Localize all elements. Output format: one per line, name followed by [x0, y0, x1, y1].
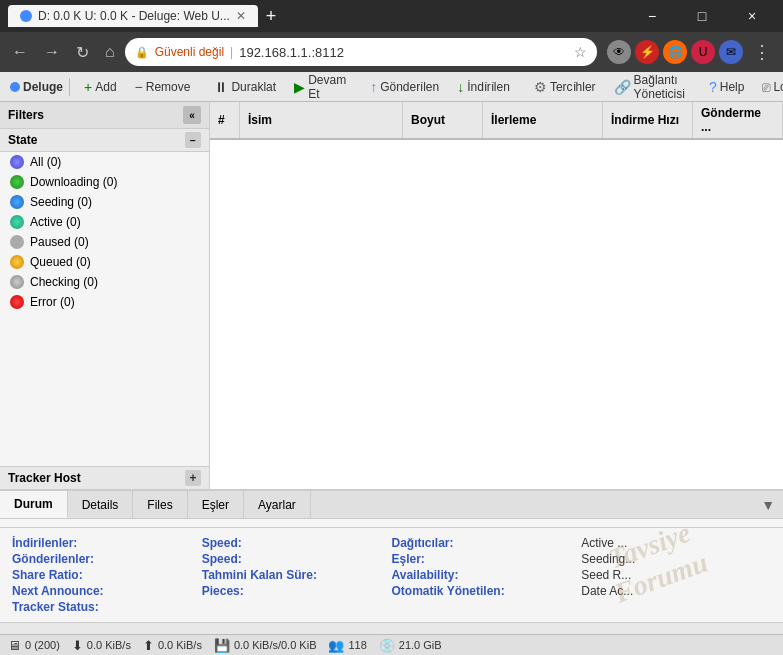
- tab-close-icon[interactable]: ✕: [236, 9, 246, 23]
- auto-label: Otomatik Yönetilen:: [392, 584, 582, 598]
- filter-paused[interactable]: Paused (0): [0, 232, 209, 252]
- dl-label: İndirilenler:: [12, 536, 202, 550]
- extension-icons: 👁 ⚡ 🌐 U ✉: [607, 40, 743, 64]
- settings-icon: ⚙: [534, 79, 547, 95]
- filter-queued[interactable]: Queued (0): [0, 252, 209, 272]
- add-button[interactable]: + Add: [76, 77, 125, 97]
- pause-label: Duraklat: [231, 80, 276, 94]
- col-dl-speed[interactable]: İndirme Hızı: [603, 102, 693, 138]
- tracker-status-label: Tracker Status:: [12, 600, 202, 614]
- logo-icon: [10, 82, 20, 92]
- paused-icon: [10, 235, 24, 249]
- tab-title: D: 0.0 K U: 0.0 K - Deluge: Web U...: [38, 9, 230, 23]
- detail-content: İndirilenler: Speed: Dağıtıcılar: Active…: [0, 528, 783, 622]
- tab-settings[interactable]: Ayarlar: [244, 491, 311, 518]
- security-icon: 🔒: [135, 46, 149, 59]
- close-button[interactable]: ×: [729, 0, 775, 32]
- bookmark-icon[interactable]: ☆: [574, 44, 587, 60]
- sidebar-collapse-button[interactable]: «: [183, 106, 201, 124]
- filter-active-label: Active (0): [30, 215, 81, 229]
- avail-label: Availability:: [392, 568, 582, 582]
- ext-icon-2[interactable]: ⚡: [635, 40, 659, 64]
- table-header: # İsim Boyut İlerleme İndirme Hızı Gönde…: [210, 102, 783, 140]
- horizontal-scrollbar[interactable]: [0, 622, 783, 634]
- home-button[interactable]: ⌂: [99, 39, 121, 65]
- app-logo: Deluge: [4, 78, 70, 96]
- settings-button[interactable]: ⚙ Terci̇hler: [526, 77, 604, 97]
- filter-checking[interactable]: Checking (0): [0, 272, 209, 292]
- dist-label: Dağıtıcılar:: [392, 536, 582, 550]
- back-button[interactable]: ←: [6, 39, 34, 65]
- disk-speed-val: 0.0 KiB/s/0.0 KiB: [234, 639, 317, 651]
- seedr-val: Seed R...: [581, 568, 771, 582]
- panel-divider: [0, 519, 783, 528]
- download-label: İndi̇ri̇len: [467, 80, 510, 94]
- col-num[interactable]: #: [210, 102, 240, 138]
- remove-icon: −: [135, 79, 143, 95]
- help-button[interactable]: ? Help: [701, 77, 752, 97]
- minimize-button[interactable]: −: [629, 0, 675, 32]
- address-input[interactable]: 🔒 Güvenli değil | 192.168.1.1.:8112 ☆: [125, 38, 597, 66]
- tab-peers[interactable]: Eşler: [188, 491, 244, 518]
- upload-button[interactable]: ↑ Gönderi̇len: [362, 77, 447, 97]
- pieces-label: Pieces:: [202, 584, 392, 598]
- resume-button[interactable]: ▶ Devam Et: [286, 71, 354, 103]
- filter-error[interactable]: Error (0): [0, 292, 209, 312]
- disk-val: 21.0 GiB: [399, 639, 442, 651]
- logout-button[interactable]: ⎚ Logout: [754, 77, 783, 97]
- filter-downloading-label: Downloading (0): [30, 175, 117, 189]
- seeding-icon: [10, 195, 24, 209]
- logout-icon: ⎚: [762, 79, 770, 95]
- add-tracker-button[interactable]: +: [185, 470, 201, 486]
- connections-button[interactable]: 🔗 Bağlantı Yöneticisi: [606, 71, 693, 103]
- speed2-label: Speed:: [202, 552, 392, 566]
- remove-button[interactable]: − Remove: [127, 77, 199, 97]
- table-body: [210, 140, 783, 489]
- tab-files[interactable]: Files: [133, 491, 187, 518]
- pause-button[interactable]: ⏸ Duraklat: [206, 77, 284, 97]
- active-tab[interactable]: D: 0.0 K U: 0.0 K - Deluge: Web U... ✕: [8, 5, 258, 27]
- statusbar: 🖥 0 (200) ⬇ 0.0 KiB/s ⬆ 0.0 KiB/s 💾 0.0 …: [0, 634, 783, 655]
- ext-icon-4[interactable]: U: [691, 40, 715, 64]
- tracker-section: Tracker Host +: [0, 466, 209, 489]
- upload-icon: ↑: [370, 79, 377, 95]
- col-name[interactable]: İsim: [240, 102, 403, 138]
- state-collapse-button[interactable]: −: [185, 132, 201, 148]
- add-label: Add: [95, 80, 116, 94]
- panel-expand-button[interactable]: ▼: [753, 493, 783, 517]
- filter-seeding[interactable]: Seeding (0): [0, 192, 209, 212]
- sidebar: Filters « State − All (0) Downloading (0…: [0, 102, 210, 489]
- connections-icon: 🔗: [614, 79, 631, 95]
- download-button[interactable]: ↓ İndi̇ri̇len: [449, 77, 518, 97]
- dl-speed-icon: ⬇: [72, 638, 83, 653]
- ext-icon-1[interactable]: 👁: [607, 40, 631, 64]
- filter-active[interactable]: Active (0): [0, 212, 209, 232]
- detail-tabs: Durum Details Files Eşler Ayarlar ▼: [0, 491, 783, 519]
- reload-button[interactable]: ↻: [70, 39, 95, 66]
- col-ul-speed[interactable]: Gönderme ...: [693, 102, 783, 138]
- filter-all[interactable]: All (0): [0, 152, 209, 172]
- disk-status: 💿 21.0 GiB: [379, 638, 442, 653]
- filter-all-label: All (0): [30, 155, 61, 169]
- new-tab-button[interactable]: +: [258, 6, 285, 27]
- url-text[interactable]: 192.168.1.1.:8112: [239, 45, 568, 60]
- filter-downloading[interactable]: Downloading (0): [0, 172, 209, 192]
- maximize-button[interactable]: □: [679, 0, 725, 32]
- downloading-icon: [10, 175, 24, 189]
- col-progress[interactable]: İlerleme: [483, 102, 603, 138]
- active-icon: [10, 215, 24, 229]
- forward-button[interactable]: →: [38, 39, 66, 65]
- browser-menu-button[interactable]: ⋮: [747, 37, 777, 67]
- ext-icon-3[interactable]: 🌐: [663, 40, 687, 64]
- ext-icon-5[interactable]: ✉: [719, 40, 743, 64]
- dl-speed-val: 0.0 KiB/s: [87, 639, 131, 651]
- tab-details[interactable]: Details: [68, 491, 134, 518]
- download-icon: ↓: [457, 79, 464, 95]
- ul-label: Gönderilenler:: [12, 552, 202, 566]
- disk-speed-icon: 💾: [214, 638, 230, 653]
- col-size[interactable]: Boyut: [403, 102, 483, 138]
- peers-status: 👥 118: [328, 638, 366, 653]
- window-controls: − □ ×: [629, 0, 775, 32]
- resume-label: Devam Et: [308, 73, 346, 101]
- tab-durum[interactable]: Durum: [0, 491, 68, 518]
